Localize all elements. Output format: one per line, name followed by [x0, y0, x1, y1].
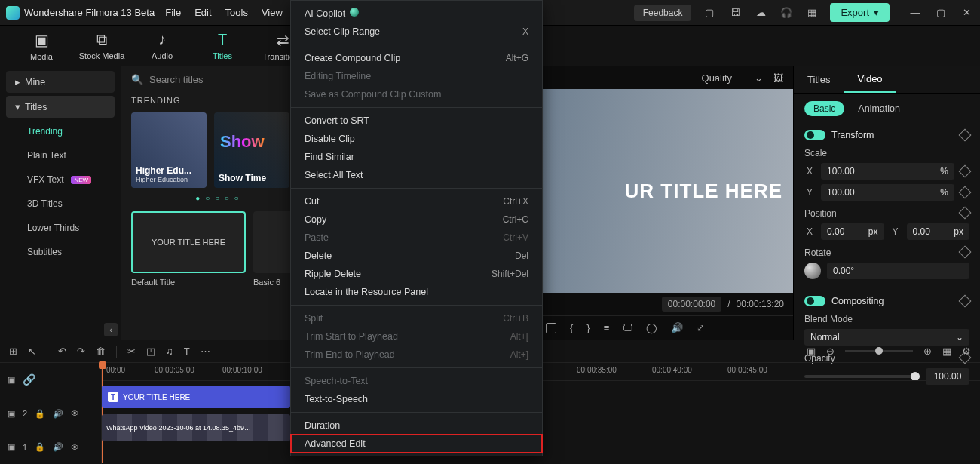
ctx-ripple-delete[interactable]: Ripple DeleteShift+Del [291, 265, 542, 283]
ctx-duration[interactable]: Duration [291, 416, 542, 435]
ctx-text-to-speech[interactable]: Text-to-Speech [291, 390, 542, 408]
ctx-cut[interactable]: CutCtrl+X [291, 192, 542, 210]
cat-trending[interactable]: Trending [6, 121, 115, 142]
preview-canvas[interactable]: UR TITLE HERE [543, 89, 793, 293]
eye-icon[interactable]: 👁 [71, 409, 79, 418]
save-icon[interactable]: 🖫 [727, 5, 743, 20]
scale-x-input[interactable]: 100.00% [821, 163, 954, 180]
keyframe-icon[interactable] [959, 165, 972, 178]
maximize-icon[interactable]: ▢ [933, 5, 948, 20]
fullscreen-icon[interactable]: ⤢ [697, 322, 705, 333]
thumb-higher-ed[interactable]: Higher Edu... Higher Education [131, 112, 207, 188]
zoom-in-icon[interactable]: ⊕ [923, 346, 932, 357]
ctx-disable-clip[interactable]: Disable Clip [291, 130, 542, 148]
ctx-copy[interactable]: CopyCtrl+C [291, 210, 542, 229]
headphones-icon[interactable]: 🎧 [779, 5, 794, 20]
trash-icon[interactable]: 🗑 [96, 346, 106, 357]
ctx-advanced-edit[interactable]: Advanced Edit [291, 435, 542, 453]
grid-icon[interactable]: ▦ [804, 5, 819, 20]
cat-3d-titles[interactable]: 3D Titles [6, 193, 115, 214]
ctx-select-all-text[interactable]: Select All Text [291, 166, 542, 184]
cat-titles[interactable]: ▾Titles [6, 96, 115, 118]
collapse-sidebar-button[interactable]: ‹ [104, 323, 118, 336]
select-tool-icon[interactable]: ⊞ [9, 346, 17, 357]
keyframe-icon[interactable] [959, 207, 972, 220]
rotate-input[interactable]: 0.00° [827, 263, 969, 279]
music-icon[interactable]: ♫ [166, 346, 173, 357]
redo-icon[interactable]: ↷ [77, 346, 85, 357]
close-icon[interactable]: ✕ [959, 5, 974, 20]
brace-open-icon[interactable]: { [570, 322, 573, 333]
cat-plain-text[interactable]: Plain Text [6, 145, 115, 166]
text-icon[interactable]: T [184, 346, 190, 357]
clip-video[interactable]: WhatsApp Video 2023-10-06 at 14.08.35_4b… [102, 414, 290, 441]
view-grid-icon[interactable]: ▦ [942, 346, 951, 357]
zoom-slider[interactable] [845, 350, 913, 352]
eye-icon[interactable]: 👁 [71, 443, 79, 452]
rotate-knob[interactable] [804, 263, 821, 279]
keyframe-icon[interactable] [959, 186, 972, 199]
align-icon[interactable]: ≡ [604, 322, 610, 333]
ctx-convert-to-srt[interactable]: Convert to SRT [291, 112, 542, 130]
keyframe-icon[interactable] [959, 129, 972, 142]
pos-y-input[interactable]: 0.00px [907, 223, 970, 240]
keyframe-icon[interactable] [959, 295, 972, 308]
toggle-transform[interactable] [804, 130, 825, 140]
mode-audio[interactable]: ♪Audio [136, 31, 188, 61]
feedback-button[interactable]: Feedback [634, 5, 692, 21]
layout-icon[interactable]: ▢ [702, 5, 717, 20]
camera-icon[interactable]: ◯ [646, 322, 657, 333]
tab-titles[interactable]: Titles [794, 66, 844, 93]
cut-icon[interactable]: ✂ [127, 346, 136, 357]
scale-y-input[interactable]: 100.00% [821, 184, 954, 201]
mode-media[interactable]: ▣Media [15, 31, 68, 61]
stop-icon[interactable] [546, 323, 556, 333]
mute-icon[interactable]: 🔊 [53, 409, 63, 419]
menu-tools[interactable]: Tools [225, 7, 248, 18]
ctx-create-compound-clip[interactable]: Create Compound ClipAlt+G [291, 49, 542, 67]
marker-icon[interactable]: ▣ [807, 346, 816, 357]
mode-stock[interactable]: ⧉Stock Media [75, 31, 128, 61]
cat-vfx-text[interactable]: VFX TextNEW [6, 169, 115, 190]
thumb-show-time[interactable]: Show Show Time [214, 112, 289, 188]
ctx-locate-in-the-resource-panel[interactable]: Locate in the Resource Panel [291, 283, 542, 301]
more-icon[interactable]: ⋯ [201, 346, 210, 357]
ctx-select-clip-range[interactable]: Select Clip RangeX [291, 23, 542, 41]
pill-basic[interactable]: Basic [804, 101, 844, 116]
mute-icon[interactable]: 🔊 [53, 442, 63, 452]
thumb-default-title[interactable]: YOUR TITLE HERE [131, 211, 246, 273]
pager-dots[interactable]: ● ○ ○ ○ ○ [131, 194, 305, 202]
pill-animation[interactable]: Animation [858, 103, 900, 114]
screen-icon[interactable]: 🖵 [623, 322, 632, 333]
zoom-out-icon[interactable]: ⊖ [826, 346, 835, 357]
minimize-icon[interactable]: — [908, 5, 923, 20]
playhead[interactable] [102, 363, 103, 463]
lock-icon[interactable]: 🔒 [35, 442, 45, 452]
crop-icon[interactable]: ◰ [146, 346, 155, 357]
volume-icon[interactable]: 🔊 [671, 322, 683, 333]
image-icon[interactable]: 🖼 [770, 70, 786, 85]
lock-icon[interactable]: 🔒 [35, 409, 45, 419]
cat-subtitles[interactable]: Subtitles [6, 241, 115, 263]
toggle-compositing[interactable] [804, 296, 825, 306]
clip-title[interactable]: TYOUR TITLE HERE [102, 386, 290, 408]
ctx-delete[interactable]: DeleteDel [291, 247, 542, 265]
ctx-find-similar[interactable]: Find Similar [291, 148, 542, 166]
undo-icon[interactable]: ↶ [58, 346, 66, 357]
menu-view[interactable]: View [262, 7, 283, 18]
cloud-icon[interactable]: ☁ [753, 5, 768, 20]
clip-icon[interactable]: ▣ [8, 375, 15, 385]
tab-video[interactable]: Video [844, 66, 896, 93]
mode-titles[interactable]: TTitles [196, 31, 249, 61]
pos-x-input[interactable]: 0.00px [821, 223, 884, 240]
menu-edit[interactable]: Edit [194, 7, 211, 18]
keyframe-icon[interactable] [959, 246, 972, 259]
link-icon[interactable]: 🔗 [23, 373, 35, 386]
cursor-icon[interactable]: ↖ [28, 346, 36, 357]
cat-mine[interactable]: ▸Mine [6, 71, 115, 93]
cat-lower-thirds[interactable]: Lower Thirds [6, 217, 115, 238]
ctx-ai-copilot[interactable]: AI Copilot [291, 4, 542, 23]
quality-select[interactable]: Quality⌄ [702, 72, 763, 84]
menu-file[interactable]: File [165, 7, 181, 18]
brace-close-icon[interactable]: } [586, 322, 590, 333]
